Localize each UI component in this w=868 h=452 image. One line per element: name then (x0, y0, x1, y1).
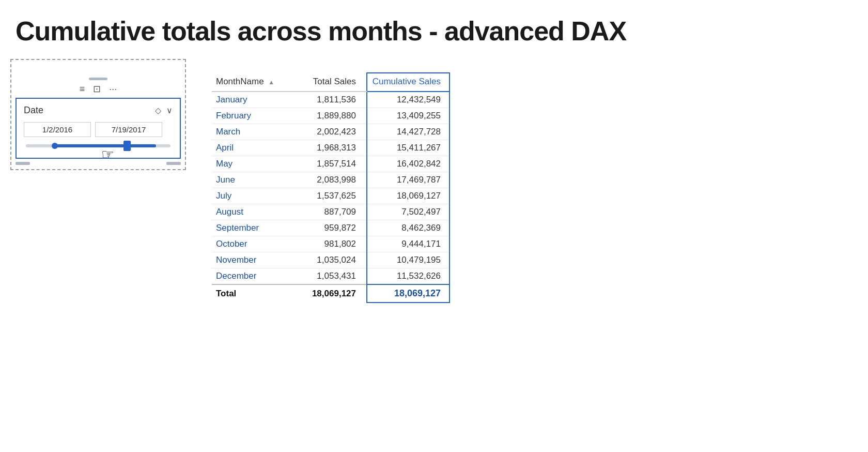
slicer-inputs (24, 122, 173, 137)
table-row: February1,889,88013,409,255 (212, 108, 450, 124)
table-row: December1,053,43111,532,626 (212, 268, 450, 285)
cell-monthname: December (212, 268, 295, 285)
cell-totalsales: 2,002,423 (295, 124, 367, 140)
slicer-container: Date ◇ ∨ ☞ (16, 98, 181, 159)
cell-cumulative: 15,411,267 (367, 140, 450, 156)
footer-total-sales: 18,069,127 (295, 284, 367, 303)
cell-monthname: November (212, 252, 295, 268)
cell-totalsales: 1,968,313 (295, 140, 367, 156)
table-row: October981,8029,444,171 (212, 236, 450, 252)
page: Cumulative totals across months - advanc… (0, 0, 868, 452)
slicer-toolbar: ≡ ⊡ ··· (16, 81, 181, 97)
table-row: January1,811,53612,432,549 (212, 92, 450, 108)
expand-icon[interactable]: ⊡ (93, 83, 101, 95)
cell-totalsales: 1,857,514 (295, 156, 367, 172)
resize-handle-left[interactable] (16, 162, 30, 165)
cell-cumulative: 7,502,497 (367, 204, 450, 220)
cell-cumulative: 14,427,728 (367, 124, 450, 140)
slicer-header-icons: ◇ ∨ (155, 106, 173, 115)
cell-cumulative: 13,409,255 (367, 108, 450, 124)
resize-handle-right[interactable] (166, 162, 181, 165)
cell-cumulative: 16,402,842 (367, 156, 450, 172)
page-title: Cumulative totals across months - advanc… (16, 16, 853, 47)
table-row: September959,8728,462,369 (212, 220, 450, 236)
table-header: MonthName ▲ Total Sales Cumulative Sales (212, 73, 450, 92)
cell-monthname: June (212, 172, 295, 188)
col-header-cumulative[interactable]: Cumulative Sales (367, 73, 450, 92)
cell-cumulative: 18,069,127 (367, 188, 450, 204)
slicer-thumb-right[interactable] (123, 141, 131, 151)
cell-monthname: September (212, 220, 295, 236)
table-body: January1,811,53612,432,549February1,889,… (212, 92, 450, 284)
hamburger-icon[interactable]: ≡ (80, 84, 85, 95)
slicer-chevron-icon[interactable]: ∨ (166, 106, 173, 115)
cell-cumulative: 11,532,626 (367, 268, 450, 285)
cell-monthname: January (212, 92, 295, 108)
cell-cumulative: 10,479,195 (367, 252, 450, 268)
cell-monthname: May (212, 156, 295, 172)
col-header-monthname[interactable]: MonthName ▲ (212, 73, 295, 92)
slicer-header: Date ◇ ∨ (24, 105, 173, 116)
table-row: June2,083,99817,469,787 (212, 172, 450, 188)
cell-totalsales: 959,872 (295, 220, 367, 236)
sort-arrow-icon: ▲ (268, 79, 274, 86)
slicer-eraser-icon[interactable]: ◇ (155, 106, 161, 115)
cell-totalsales: 1,053,431 (295, 268, 367, 285)
cell-cumulative: 8,462,369 (367, 220, 450, 236)
table-row: July1,537,62518,069,127 (212, 188, 450, 204)
table-row: April1,968,31315,411,267 (212, 140, 450, 156)
data-table: MonthName ▲ Total Sales Cumulative Sales… (212, 72, 450, 303)
slicer-start-date[interactable] (24, 122, 91, 137)
cell-monthname: October (212, 236, 295, 252)
cell-monthname: August (212, 204, 295, 220)
cell-cumulative: 17,469,787 (367, 172, 450, 188)
slicer-label: Date (24, 105, 43, 116)
slicer-resize-handles (16, 162, 181, 165)
cursor-hand: ☞ (101, 146, 114, 163)
table-row: May1,857,51416,402,842 (212, 156, 450, 172)
cell-totalsales: 887,709 (295, 204, 367, 220)
cell-totalsales: 2,083,998 (295, 172, 367, 188)
cell-totalsales: 1,811,536 (295, 92, 367, 108)
cell-totalsales: 981,802 (295, 236, 367, 252)
cell-monthname: July (212, 188, 295, 204)
slicer-slider-track[interactable] (26, 144, 171, 147)
slicer-thumb-left[interactable] (52, 143, 58, 149)
col-header-totalsales[interactable]: Total Sales (295, 73, 367, 92)
cell-cumulative: 9,444,171 (367, 236, 450, 252)
footer-label: Total (212, 284, 295, 303)
more-options-icon[interactable]: ··· (109, 84, 117, 95)
cell-cumulative: 12,432,549 (367, 92, 450, 108)
cell-totalsales: 1,889,880 (295, 108, 367, 124)
slicer-drag-bar (89, 78, 107, 80)
cell-monthname: March (212, 124, 295, 140)
slicer-widget: ≡ ⊡ ··· Date ◇ ∨ (16, 78, 181, 165)
table-row: August887,7097,502,497 (212, 204, 450, 220)
table-wrapper: MonthName ▲ Total Sales Cumulative Sales… (212, 72, 450, 303)
table-row: November1,035,02410,479,195 (212, 252, 450, 268)
cell-totalsales: 1,035,024 (295, 252, 367, 268)
table-row: March2,002,42314,427,728 (212, 124, 450, 140)
slicer-slider-fill (55, 144, 156, 147)
footer-cumulative-sales: 18,069,127 (367, 284, 450, 303)
cell-monthname: February (212, 108, 295, 124)
slicer-drag-handle[interactable] (16, 78, 181, 80)
slicer-end-date[interactable] (95, 122, 162, 137)
cell-monthname: April (212, 140, 295, 156)
table-footer: Total 18,069,127 18,069,127 (212, 284, 450, 303)
content-area: ≡ ⊡ ··· Date ◇ ∨ (16, 72, 853, 303)
cell-totalsales: 1,537,625 (295, 188, 367, 204)
